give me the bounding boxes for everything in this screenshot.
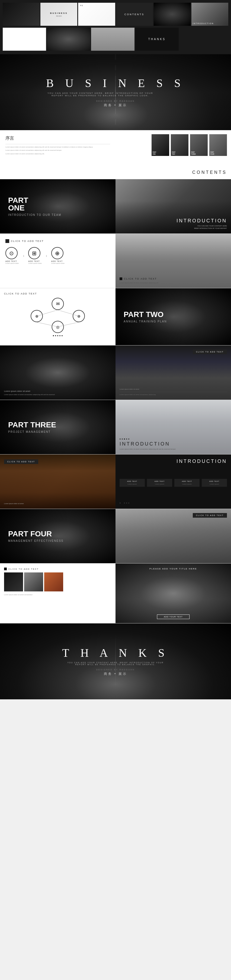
hero-slide: B U S I N E S S YOU CAN ADD YOUR CONTENT… bbox=[0, 54, 231, 130]
part-thumb-three: PARTTHREE bbox=[190, 134, 208, 156]
add-text-box-2: ADD TEXT Lorem ipsum bbox=[147, 479, 172, 487]
part-four-row: PART FOUR MANAGEMENT EFFECTIVENESS CLICK… bbox=[0, 509, 231, 563]
gallery-section-row: CLICK TO ADD TEXT Lorem ipsum dolor sit … bbox=[0, 563, 231, 624]
part-three-row: PART THREE PROJECT MANAGEMENT INTRODUCTI… bbox=[0, 400, 231, 455]
click-text-label-4: CLICK TO ADD TEXT bbox=[8, 568, 39, 570]
preface-contents-row: 序言 Lorem ipsum dolor sit amet consectetu… bbox=[0, 130, 231, 179]
icons-row-section: CLICK TO ADD TEXT ⊙ ADD TEXT Lorem ipsum… bbox=[0, 234, 231, 288]
library-section-row: CLICK TO ADD TEXT Lorem ipsum dolor sit … bbox=[0, 455, 231, 509]
diagram-slide: CLICK TO ADD TEXT ✉ ⊕ ⊗ ◎ bbox=[0, 288, 116, 345]
part-four-slide: PART FOUR MANAGEMENT EFFECTIVENESS bbox=[0, 509, 116, 563]
part-three-title: PART THREE bbox=[8, 421, 56, 429]
construction-slide: CLICK TO ADD TEXT Lorem ipsum dolor sit … bbox=[116, 509, 231, 563]
icon-item-2: ⊞ ADD TEXT Lorem ipsum dolor bbox=[28, 247, 42, 264]
preface-chinese: 序言 bbox=[5, 135, 110, 141]
arrow-1: › bbox=[23, 253, 24, 258]
icons-slide: CLICK TO ADD TEXT ⊙ ADD TEXT Lorem ipsum… bbox=[0, 234, 116, 288]
add-text-box-3: ADD TEXT Lorem ipsum bbox=[174, 479, 199, 487]
snow-intro-slide: INTRODUCTION Lorem ipsum dolor sit amet … bbox=[116, 400, 231, 454]
preview-grid: BUSINESS 商务·展示 序言 CONTENTS INTRODUCTION … bbox=[0, 0, 231, 54]
hero-designer: DESIGNED BY RAOGUAN bbox=[46, 100, 185, 102]
preview-thumb-10: THANKS bbox=[135, 28, 178, 51]
click-btn-1[interactable]: CLICK TO ADD TEXT bbox=[193, 350, 227, 354]
preview-thumb-7 bbox=[3, 28, 46, 51]
arrow-2: › bbox=[46, 253, 47, 258]
part-thumb-four: PARTFOUR bbox=[209, 134, 227, 156]
part-two-slide: PART TWO ANNUAL TRAINING PLAN bbox=[116, 288, 231, 345]
preview-thumb-9 bbox=[91, 28, 134, 51]
thanks-subtitle: YOU CAN ADD YOUR CONTENT HERE. BRIEF INT… bbox=[61, 662, 170, 665]
intro-dark-label: INTRODUCTION bbox=[119, 458, 227, 464]
add-text-box-1: ADD TEXT Lorem ipsum bbox=[119, 479, 145, 487]
please-add-title: PLEASE ADD YOUR TITLE HERE bbox=[119, 568, 227, 570]
icon-item-1: ⊙ ADD TEXT Lorem ipsum dolor bbox=[5, 247, 19, 264]
introduction-slide: INTRODUCTION YOU CAN ADD YOUR CONTENT HE… bbox=[116, 179, 231, 234]
svg-line-2 bbox=[37, 322, 58, 327]
svg-line-1 bbox=[58, 310, 79, 316]
library-slide: CLICK TO ADD TEXT Lorem ipsum dolor sit … bbox=[0, 455, 116, 509]
thanks-designer: DESIGNED BY RAOGUAN bbox=[61, 669, 170, 671]
night-lights-slide: CLICK TO ADD TEXT Lorem ipsum dolor sit … bbox=[116, 345, 231, 400]
thanks-title: T H A N K S bbox=[61, 646, 170, 659]
part-thumb-one: PARTONE bbox=[151, 134, 169, 156]
intro-label: INTRODUCTION bbox=[177, 218, 227, 224]
intro-dark-slide: INTRODUCTION ADD TEXT Lorem ipsum ADD TE… bbox=[116, 455, 231, 509]
thanks-slide: T H A N K S YOU CAN ADD YOUR CONTENT HER… bbox=[0, 624, 231, 699]
hall-slide: Lorem ipsum dolor sit amet Lorem ipsum d… bbox=[0, 345, 116, 400]
svg-line-3 bbox=[58, 322, 79, 327]
hall-section-row: Lorem ipsum dolor sit amet Lorem ipsum d… bbox=[0, 345, 231, 400]
cathedral-slide: PLEASE ADD YOUR TITLE HERE ADD YOUR TEXT bbox=[116, 563, 231, 623]
click-btn-2[interactable]: CLICK TO ADD TEXT bbox=[4, 459, 38, 464]
preview-thumb-3: 序言 bbox=[78, 3, 115, 26]
preface-slide: 序言 Lorem ipsum dolor sit amet consectetu… bbox=[0, 130, 116, 179]
preview-thumb-8 bbox=[47, 28, 90, 51]
hero-title: B U S I N E S S bbox=[46, 77, 185, 90]
preview-thumb-5 bbox=[154, 3, 191, 26]
part-one-row: PARTONE INTRODUCTION TO OUR TEAM INTRODU… bbox=[0, 179, 231, 234]
page-wrapper: BUSINESS 商务·展示 序言 CONTENTS INTRODUCTION … bbox=[0, 0, 231, 699]
mountain-slide: CLICK TO ADD TEXT Lorem ipsum dolor sit … bbox=[116, 234, 231, 288]
part-two-subtitle: ANNUAL TRAINING PLAN bbox=[124, 320, 167, 323]
hero-subtitle: YOU CAN ADD YOUR CONTENT HERE. BRIEF INT… bbox=[46, 92, 155, 97]
part-four-title: PART FOUR bbox=[8, 530, 64, 538]
preview-thumb-4: CONTENTS bbox=[116, 3, 153, 26]
part-thumb-two: PARTTWO bbox=[171, 134, 188, 156]
click-text-label-2: CLICK TO ADD TEXT bbox=[124, 277, 157, 280]
preview-thumb-6: INTRODUCTION bbox=[191, 3, 228, 26]
diagram-section-row: CLICK TO ADD TEXT ✉ ⊕ ⊗ ◎ bbox=[0, 288, 231, 345]
part-four-subtitle: MANAGEMENT EFFECTIVENESS bbox=[8, 539, 64, 542]
part-three-slide: PART THREE PROJECT MANAGEMENT bbox=[0, 400, 116, 454]
icon-item-3: ⊕ ADD TEXT Lorem ipsum dolor bbox=[51, 247, 65, 264]
part-two-title: PART TWO bbox=[124, 311, 167, 318]
contents-thumbs-slide: PARTONE PARTTWO PARTTHREE PARTFOUR CONTE… bbox=[116, 130, 231, 179]
gallery-slide: CLICK TO ADD TEXT Lorem ipsum dolor sit … bbox=[0, 563, 116, 623]
preview-thumb-2: BUSINESS 商务·展示 bbox=[40, 3, 77, 26]
part-three-subtitle: PROJECT MANAGEMENT bbox=[8, 430, 56, 433]
part-one-subtitle: INTRODUCTION TO OUR TEAM bbox=[8, 213, 61, 216]
click-text-label-1: CLICK TO ADD TEXT bbox=[11, 240, 44, 242]
part-one-slide: PARTONE INTRODUCTION TO OUR TEAM bbox=[0, 179, 116, 234]
click-btn-3[interactable]: CLICK TO ADD TEXT bbox=[193, 513, 227, 518]
contents-label: CONTENTS bbox=[119, 170, 227, 175]
snow-intro-label: INTRODUCTION bbox=[119, 441, 227, 447]
click-text-label-3: CLICK TO ADD TEXT bbox=[4, 292, 37, 295]
svg-line-0 bbox=[37, 310, 58, 316]
hero-chinese: 商务 • 展示 bbox=[46, 103, 185, 108]
thanks-chinese: 商务 • 展示 bbox=[61, 672, 170, 676]
preview-thumb-1 bbox=[3, 3, 40, 26]
add-text-box-4: ADD TEXT Lorem ipsum bbox=[202, 479, 227, 487]
part-one-title: PARTONE bbox=[8, 197, 61, 212]
